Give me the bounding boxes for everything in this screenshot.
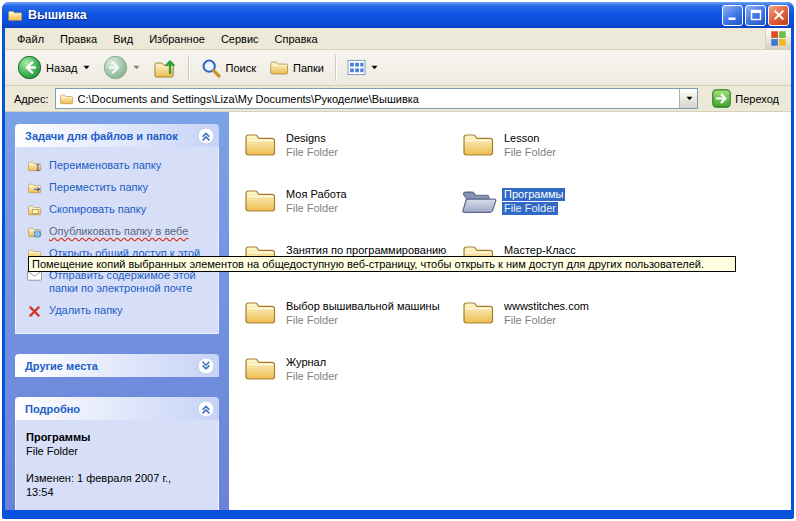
search-icon [200, 57, 222, 79]
folder-name: Выбор вышивальной машины [284, 300, 442, 313]
folder-labels: Моя Работа File Folder [284, 188, 349, 215]
folder-labels: Журнал File Folder [284, 356, 340, 383]
other-places-section: Другие места [15, 354, 219, 377]
search-button[interactable]: Поиск [194, 53, 262, 83]
maximize-button[interactable] [745, 5, 766, 26]
close-icon [773, 9, 785, 21]
folder-item[interactable]: wwwstitches.com File Folder [461, 298, 591, 354]
menu-item[interactable]: Правка [52, 30, 105, 48]
folder-type: File Folder [284, 202, 340, 215]
folder-labels: Lesson File Folder [502, 132, 558, 159]
menu-item[interactable]: Справка [267, 30, 326, 48]
task-item[interactable]: Переместить папку [26, 181, 214, 194]
task-label: Скопировать папку [49, 203, 146, 216]
task-item[interactable]: Скопировать папку [26, 203, 214, 216]
folder-item[interactable]: Выбор вышивальной машины File Folder [243, 298, 442, 354]
toolbar-separator [188, 55, 189, 81]
task-pane: Задачи для файлов и папок Переименовать … [5, 112, 229, 510]
details-header[interactable]: Подробно [15, 397, 219, 420]
address-folder-icon [59, 93, 74, 105]
details-body: Программы File Folder Изменен: 1 февраля… [15, 420, 219, 510]
task-item[interactable]: Отправить содержимое этой папки по элект… [26, 269, 214, 295]
file-tasks-title: Задачи для файлов и папок [25, 130, 178, 142]
details-type: File Folder [26, 444, 210, 458]
forward-button[interactable] [97, 53, 146, 83]
folder-name: wwwstitches.com [502, 300, 591, 313]
window-controls [722, 5, 789, 26]
window-title: Вышивка [28, 8, 717, 22]
address-path: C:\Documents and Settings\Liza\My Docume… [78, 93, 676, 105]
folder-name: Designs [284, 132, 328, 145]
minimize-icon [727, 9, 739, 21]
menu-item[interactable]: Сервис [213, 30, 267, 48]
views-dropdown-icon[interactable] [371, 65, 378, 70]
explorer-window: Вышивка ФайлПравкаВидИзбранноеСервисСпра… [2, 2, 794, 519]
folder-item[interactable]: Lesson File Folder [461, 130, 558, 186]
chevron-double-up-icon[interactable] [197, 127, 215, 145]
details-name: Программы [26, 430, 210, 444]
chevron-double-down-icon[interactable] [197, 357, 215, 375]
task-item[interactable]: Переименовать папку [26, 159, 214, 172]
address-combobox[interactable]: C:\Documents and Settings\Liza\My Docume… [55, 88, 699, 109]
windows-logo-icon [765, 28, 791, 49]
file-tasks-header[interactable]: Задачи для файлов и папок [15, 124, 219, 147]
forward-dropdown-icon[interactable] [133, 65, 140, 70]
back-dropdown-icon[interactable] [83, 65, 90, 70]
delete-folder-icon [26, 305, 42, 318]
folder-labels: Программы File Folder [502, 188, 565, 215]
other-places-title: Другие места [25, 360, 98, 372]
title-bar[interactable]: Вышивка [2, 2, 794, 28]
details-title: Подробно [25, 403, 80, 415]
folder-item[interactable]: Designs File Folder [243, 130, 340, 186]
views-icon [347, 59, 366, 76]
go-icon [712, 89, 731, 108]
folder-type: File Folder [502, 146, 558, 159]
file-tasks-section: Задачи для файлов и папок Переименовать … [15, 124, 219, 334]
back-button[interactable]: Назад [11, 53, 96, 83]
minimize-button[interactable] [722, 5, 743, 26]
details-section: Подробно Программы File Folder Изменен: … [15, 397, 219, 510]
window-folder-icon [7, 9, 23, 22]
task-item[interactable]: Опубликовать папку в вебе [26, 225, 214, 238]
folder-name: Программы [502, 188, 565, 201]
go-label: Переход [735, 93, 779, 105]
folders-label: Папки [293, 62, 324, 74]
folder-labels: Выбор вышивальной машины File Folder [284, 300, 442, 327]
back-label: Назад [46, 62, 78, 74]
menu-item[interactable]: Вид [105, 30, 141, 48]
chevron-double-up-icon[interactable] [197, 400, 215, 418]
folders-icon [269, 59, 289, 76]
folder-item[interactable]: Программы File Folder [461, 186, 565, 242]
back-icon [17, 55, 42, 80]
folder-item[interactable]: Журнал File Folder [243, 354, 340, 410]
up-icon [153, 57, 177, 79]
folder-type: File Folder [284, 370, 340, 383]
folder-type: File Folder [284, 146, 340, 159]
folder-name: Моя Работа [284, 188, 349, 201]
folder-type: File Folder [502, 314, 558, 327]
search-label: Поиск [226, 62, 256, 74]
folder-closed-icon [243, 354, 279, 382]
folder-closed-icon [243, 186, 279, 214]
address-label: Адрес: [14, 93, 49, 105]
go-button[interactable]: Переход [704, 89, 787, 108]
menu-item[interactable]: Файл [9, 30, 52, 48]
caret-down-icon [686, 96, 693, 101]
folders-button[interactable]: Папки [263, 53, 330, 83]
publish-folder-icon [26, 226, 42, 238]
address-dropdown-button[interactable] [679, 89, 697, 108]
toolbar-separator [335, 55, 336, 81]
menu-item[interactable]: Избранное [141, 30, 213, 48]
menu-items: ФайлПравкаВидИзбранноеСервисСправка [9, 28, 326, 49]
close-button[interactable] [768, 5, 789, 26]
move-folder-icon [26, 182, 42, 194]
views-button[interactable] [341, 53, 384, 83]
task-label: Опубликовать папку в вебе [49, 225, 188, 238]
other-places-header[interactable]: Другие места [15, 354, 219, 377]
up-button[interactable] [147, 53, 183, 83]
folder-item[interactable]: Моя Работа File Folder [243, 186, 349, 242]
task-item[interactable]: Удалить папку [26, 304, 214, 318]
folder-closed-icon [461, 298, 497, 326]
rename-folder-icon [26, 160, 42, 172]
maximize-icon [750, 9, 762, 21]
